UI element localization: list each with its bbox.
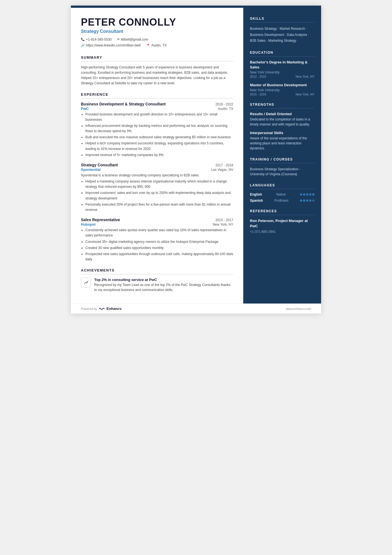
email-item: ✉ lillibell@gmail.com — [117, 37, 148, 43]
linkedin-item: 🔗 https://www.linkedin.com/in/lilian-bel… — [81, 43, 141, 49]
exp-entry-xpontential: Strategy Consultant 2017 - 2018 Xpontent… — [81, 163, 233, 213]
exp-header-xpontential: Strategy Consultant 2017 - 2018 — [81, 163, 233, 167]
location-item: 📍 Austin, TX — [146, 43, 167, 49]
exp-bullets-xpontential: Helped a marketing company assess intern… — [81, 179, 233, 213]
dot — [306, 193, 308, 196]
strengths-title: STRENGTHS — [250, 103, 314, 108]
exp-entry-hubspot: Sales Representative 2015 - 2017 Hubspot… — [81, 218, 233, 262]
references-section: REFERENCES Ron Peterson, Project Manager… — [250, 209, 314, 233]
bullet: Prospected new sales opportunities throu… — [85, 251, 233, 262]
achievement-desc-1: Recognized by my Team Lead as one of the… — [94, 282, 233, 292]
contact-row-2: 🔗 https://www.linkedin.com/in/lilian-bel… — [81, 43, 233, 49]
edu-location-master: New York, NY — [296, 93, 314, 96]
skills-title: SKILLS — [250, 17, 314, 23]
edu-degree-master: Master of Business Development — [250, 83, 314, 88]
achievements-title: ACHIEVEMENTS — [81, 268, 233, 274]
bullet: Helped a marketing company assess intern… — [85, 179, 233, 189]
phone-item: 📞 +1-914-345-5530 — [81, 37, 111, 43]
link-icon: 🔗 — [81, 43, 85, 48]
edu-degree-bachelor: Bachelor's Degree in Marketing & Sales — [250, 60, 314, 70]
lang-dots-spanish — [300, 199, 314, 202]
lang-level-spanish: Proficient — [274, 199, 288, 203]
enhancv-logo-icon — [99, 307, 105, 311]
exp-location-hubspot: New York, NY — [213, 223, 233, 226]
exp-company-pwc: PwC — [81, 107, 89, 111]
strength-title-1: Results / Detail Oriented — [250, 112, 314, 116]
bullet: Convinced 35+ digital marketing agency o… — [85, 239, 233, 245]
resume-wrapper: PETER CONNOLLY Strategy Consultant 📞 +1-… — [71, 6, 321, 314]
dot-empty — [312, 199, 314, 202]
exp-dates-pwc: 2018 - 2022 — [215, 102, 233, 106]
exp-company-xpontential: Xpontential — [81, 167, 101, 172]
edu-dates-bachelor: 2012 - 2015 — [250, 75, 266, 78]
edu-entry-bachelor: Bachelor's Degree in Marketing & Sales N… — [250, 60, 314, 78]
dot — [306, 199, 308, 202]
references-title: REFERENCES — [250, 209, 314, 215]
exp-header-pwc: Business Development & Strategy Consulta… — [81, 102, 233, 106]
lang-entry-spanish: Spanish Proficient — [250, 199, 314, 203]
achievement-entry-1: Top 2% in consulting service at PwC Reco… — [81, 278, 233, 292]
exp-location-pwc: Austin, TX — [218, 107, 233, 111]
email-icon: ✉ — [117, 37, 120, 42]
header-section: PETER CONNOLLY Strategy Consultant 📞 +1-… — [81, 17, 233, 49]
bullet: Improved revenue of 5+ marketing compani… — [85, 152, 233, 158]
bullet: Influenced procurement strategy by track… — [85, 123, 233, 134]
top-bar — [71, 6, 321, 8]
resume-body: PETER CONNOLLY Strategy Consultant 📞 +1-… — [71, 8, 321, 304]
candidate-name: PETER CONNOLLY — [81, 17, 233, 28]
footer-logo-text: Enhancv — [106, 307, 121, 311]
bullet: Created 30 new qualified sales opportuni… — [85, 245, 233, 251]
exp-location-xpontential: Las Vegas, NV — [211, 168, 233, 172]
lang-name-spanish: Spanish — [250, 199, 263, 203]
powered-by-text: Powered by — [81, 307, 97, 310]
dot — [309, 199, 311, 202]
lang-entry-english: English Native — [250, 193, 314, 196]
email-text: lillibell@gmail.com — [121, 37, 148, 43]
left-column: PETER CONNOLLY Strategy Consultant 📞 +1-… — [71, 8, 243, 304]
candidate-title: Strategy Consultant — [81, 29, 233, 34]
exp-header-hubspot: Sales Representative 2015 - 2017 — [81, 218, 233, 222]
strength-desc-2: Aware of the social expectations of the … — [250, 136, 314, 151]
summary-title: SUMMARY — [81, 55, 233, 61]
training-title: TRAINING / COURSES — [250, 157, 314, 163]
training-text: Business Strategy Specialization - Unive… — [250, 167, 314, 177]
strength-desc-1: Dedicated to the completion of tasks in … — [250, 117, 314, 127]
bullet: Helped a tech company implement successf… — [85, 141, 233, 151]
dot — [309, 193, 311, 196]
edu-dates-loc-bachelor: 2012 - 2015 New York, NY — [250, 75, 314, 78]
bullet: Personally executed 25% of project fees … — [85, 202, 233, 213]
exp-dates-xpontential: 2017 - 2018 — [215, 163, 233, 167]
lang-name-english: English — [250, 193, 262, 196]
exp-bullets-hubspot: Consistently achieved sales quotas every… — [81, 228, 233, 262]
skills-text: Business Strategy · Market Research · Bu… — [250, 26, 314, 44]
strength-title-2: Interpersonal Skills — [250, 131, 314, 135]
footer: Powered by Enhancv www.enhancv.com — [71, 304, 321, 314]
dot — [312, 193, 314, 196]
summary-section: SUMMARY High-performing Strategy Consult… — [81, 55, 233, 86]
achievements-section: ACHIEVEMENTS Top 2% in consulting servic… — [81, 268, 233, 292]
footer-right: www.enhancv.com — [286, 307, 311, 310]
ref-name: Ron Peterson, Project Manager at PwC — [250, 218, 314, 228]
exp-title-xpontential: Strategy Consultant — [81, 163, 118, 167]
edu-dates-loc-master: 2015 - 2016 New York, NY — [250, 93, 314, 96]
exp-sub-pwc: PwC Austin, TX — [81, 107, 233, 111]
education-section: EDUCATION Bachelor's Degree in Marketing… — [250, 51, 314, 96]
exp-entry-pwc: Business Development & Strategy Consulta… — [81, 102, 233, 158]
linkedin-text: https://www.linkedin.com/in/lilian-bell/ — [86, 43, 141, 49]
contact-row-1: 📞 +1-914-345-5530 ✉ lillibell@gmail.com — [81, 37, 233, 43]
achievement-icon — [81, 278, 91, 288]
bullet: Consistently achieved sales quotas every… — [85, 228, 233, 238]
education-title: EDUCATION — [250, 51, 314, 56]
edu-dates-master: 2015 - 2016 — [250, 93, 266, 96]
exp-company-hubspot: Hubspot — [81, 222, 96, 226]
exp-sub-xpontential: Xpontential Las Vegas, NV — [81, 167, 233, 172]
summary-text: High-performing Strategy Consultant with… — [81, 65, 233, 86]
skills-section: SKILLS Business Strategy · Market Resear… — [250, 17, 314, 44]
languages-title: LANGUAGES — [250, 183, 314, 189]
strength-entry-2: Interpersonal Skills Aware of the social… — [250, 131, 314, 151]
location-icon: 📍 — [146, 43, 150, 48]
dot — [300, 193, 302, 196]
ref-phone: +1-371-885-2941 — [250, 230, 314, 234]
phone-text: +1-914-345-5530 — [86, 37, 111, 43]
exp-sub-hubspot: Hubspot New York, NY — [81, 222, 233, 226]
